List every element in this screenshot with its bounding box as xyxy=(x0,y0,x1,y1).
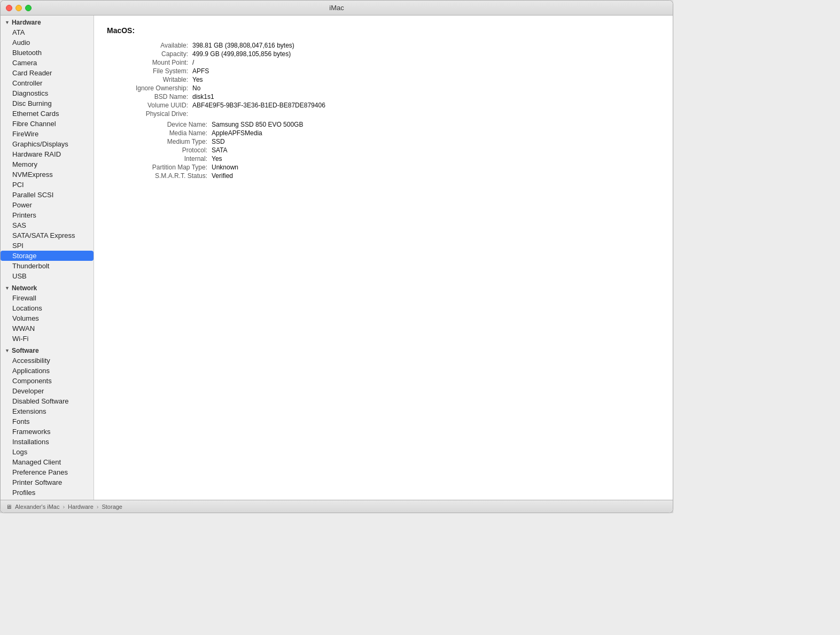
statusbar-crumb1: Alexander's iMac xyxy=(15,504,59,510)
network-header-label: Network xyxy=(12,284,37,292)
table-row: BSD Name: disk1s1 xyxy=(107,92,660,101)
sidebar-item-storage[interactable]: Storage xyxy=(1,251,94,261)
field-label: Device Name: xyxy=(115,120,212,129)
sidebar-item-camera[interactable]: Camera xyxy=(1,58,94,68)
field-value: disk1s1 xyxy=(192,92,660,101)
field-value: Yes xyxy=(212,154,660,163)
table-row: Physical Drive: xyxy=(107,110,660,118)
sidebar-item-diagnostics[interactable]: Diagnostics xyxy=(1,88,94,98)
field-label: Capacity: xyxy=(107,50,192,58)
close-button[interactable] xyxy=(6,5,12,11)
sidebar-item-parallel-scsi[interactable]: Parallel SCSI xyxy=(1,190,94,200)
sidebar-item-ethernet-cards[interactable]: Ethernet Cards xyxy=(1,109,94,119)
sidebar-item-wwan[interactable]: WWAN xyxy=(1,323,94,334)
sidebar-item-card-reader[interactable]: Card Reader xyxy=(1,68,94,78)
main-content: ▼ Hardware ATAAudioBluetoothCameraCard R… xyxy=(1,16,673,500)
main-window: iMac ▼ Hardware ATAAudioBluetoothCameraC… xyxy=(0,0,673,513)
hardware-section-header[interactable]: ▼ Hardware xyxy=(1,16,94,27)
sidebar-item-locations[interactable]: Locations xyxy=(1,303,94,313)
sidebar-item-thunderbolt[interactable]: Thunderbolt xyxy=(1,261,94,271)
sidebar-item-fibre-channel[interactable]: Fibre Channel xyxy=(1,119,94,129)
table-row: File System: APFS xyxy=(107,67,660,75)
sidebar-item-profiles[interactable]: Profiles xyxy=(1,487,94,498)
sidebar-item-printer-software[interactable]: Printer Software xyxy=(1,477,94,487)
sidebar-item-developer[interactable]: Developer xyxy=(1,386,94,396)
field-label: Mount Point: xyxy=(107,58,192,67)
field-value xyxy=(192,110,660,118)
sidebar-item-wi-fi[interactable]: Wi-Fi xyxy=(1,334,94,344)
sidebar-item-usb[interactable]: USB xyxy=(1,271,94,281)
statusbar-sep1: › xyxy=(63,504,65,510)
network-arrow-icon: ▼ xyxy=(5,285,10,291)
field-label: File System: xyxy=(107,67,192,75)
sidebar-item-disc-burning[interactable]: Disc Burning xyxy=(1,98,94,109)
field-value: Yes xyxy=(192,75,660,84)
table-row: Partition Map Type: Unknown xyxy=(115,163,660,172)
network-section-header[interactable]: ▼ Network xyxy=(1,281,94,293)
sidebar-item-managed-client[interactable]: Managed Client xyxy=(1,457,94,467)
sidebar-item-disabled-software[interactable]: Disabled Software xyxy=(1,396,94,406)
sidebar-item-sas[interactable]: SAS xyxy=(1,220,94,230)
sidebar-item-ata[interactable]: ATA xyxy=(1,27,94,37)
sidebar-item-frameworks[interactable]: Frameworks xyxy=(1,427,94,437)
sidebar-item-controller[interactable]: Controller xyxy=(1,78,94,88)
sidebar-item-components[interactable]: Components xyxy=(1,376,94,386)
field-value: 499.9 GB (499,898,105,856 bytes) xyxy=(192,50,660,58)
sidebar-item-spi[interactable]: SPI xyxy=(1,241,94,251)
maximize-button[interactable] xyxy=(25,5,32,11)
table-row: Device Name: Samsung SSD 850 EVO 500GB xyxy=(115,120,660,129)
sidebar-item-pci[interactable]: PCI xyxy=(1,180,94,190)
software-items-list: AccessibilityApplicationsComponentsDevel… xyxy=(1,355,94,500)
sidebar-item-logs[interactable]: Logs xyxy=(1,447,94,457)
field-value: SSD xyxy=(212,137,660,146)
software-section-header[interactable]: ▼ Software xyxy=(1,344,94,355)
table-row: Available: 398.81 GB (398,808,047,616 by… xyxy=(107,41,660,50)
sidebar-item-preference-panes[interactable]: Preference Panes xyxy=(1,467,94,477)
sidebar-item-bluetooth[interactable]: Bluetooth xyxy=(1,48,94,58)
field-value: ABF4E9F5-9B3F-3E36-B1ED-BE87DE879406 xyxy=(192,101,660,110)
table-row: Volume UUID: ABF4E9F5-9B3F-3E36-B1ED-BE8… xyxy=(107,101,660,110)
field-value: / xyxy=(192,58,660,67)
detail-pane: MacOS: Available: 398.81 GB (398,808,047… xyxy=(94,16,673,500)
field-value: Unknown xyxy=(212,163,660,172)
sidebar-item-nvmexpress[interactable]: NVMExpress xyxy=(1,169,94,180)
sidebar-item-fonts[interactable]: Fonts xyxy=(1,416,94,427)
sidebar-item-installations[interactable]: Installations xyxy=(1,437,94,447)
sidebar-item-applications[interactable]: Applications xyxy=(1,366,94,376)
statusbar-crumb2: Hardware xyxy=(68,504,94,510)
titlebar: iMac xyxy=(1,1,673,16)
field-value: APFS xyxy=(192,67,660,75)
window-title: iMac xyxy=(329,4,344,12)
sidebar-item-graphics-displays[interactable]: Graphics/Displays xyxy=(1,139,94,149)
sidebar-item-audio[interactable]: Audio xyxy=(1,37,94,48)
sidebar-item-hardware-raid[interactable]: Hardware RAID xyxy=(1,149,94,159)
sidebar-item-power[interactable]: Power xyxy=(1,200,94,210)
sidebar-item-firewall[interactable]: Firewall xyxy=(1,293,94,303)
field-label: Writable: xyxy=(107,75,192,84)
field-label: Available: xyxy=(107,41,192,50)
field-label: S.M.A.R.T. Status: xyxy=(115,172,212,180)
sidebar-item-volumes[interactable]: Volumes xyxy=(1,313,94,323)
table-row: Media Name: AppleAPFSMedia xyxy=(115,129,660,137)
info-table: Available: 398.81 GB (398,808,047,616 by… xyxy=(107,41,660,118)
physical-drive-section: Device Name: Samsung SSD 850 EVO 500GB M… xyxy=(115,120,660,180)
field-label: Medium Type: xyxy=(115,137,212,146)
statusbar-content: 🖥 Alexander's iMac › Hardware › Storage xyxy=(6,504,122,510)
table-row: Internal: Yes xyxy=(115,154,660,163)
hardware-arrow-icon: ▼ xyxy=(5,20,10,25)
physical-drive-table: Device Name: Samsung SSD 850 EVO 500GB M… xyxy=(115,120,660,180)
field-label: Ignore Ownership: xyxy=(107,84,192,92)
minimize-button[interactable] xyxy=(15,5,22,11)
sidebar-item-memory[interactable]: Memory xyxy=(1,159,94,169)
sidebar-item-firewire[interactable]: FireWire xyxy=(1,129,94,139)
sidebar-item-printers[interactable]: Printers xyxy=(1,210,94,220)
statusbar-crumb3: Storage xyxy=(102,504,122,510)
statusbar-sep2: › xyxy=(97,504,99,510)
field-label: Volume UUID: xyxy=(107,101,192,110)
sidebar-item-sata-sata-express[interactable]: SATA/SATA Express xyxy=(1,230,94,241)
statusbar-icon: 🖥 xyxy=(6,504,12,510)
field-value: No xyxy=(192,84,660,92)
sidebar-item-accessibility[interactable]: Accessibility xyxy=(1,355,94,366)
field-label: BSD Name: xyxy=(107,92,192,101)
sidebar-item-extensions[interactable]: Extensions xyxy=(1,406,94,416)
